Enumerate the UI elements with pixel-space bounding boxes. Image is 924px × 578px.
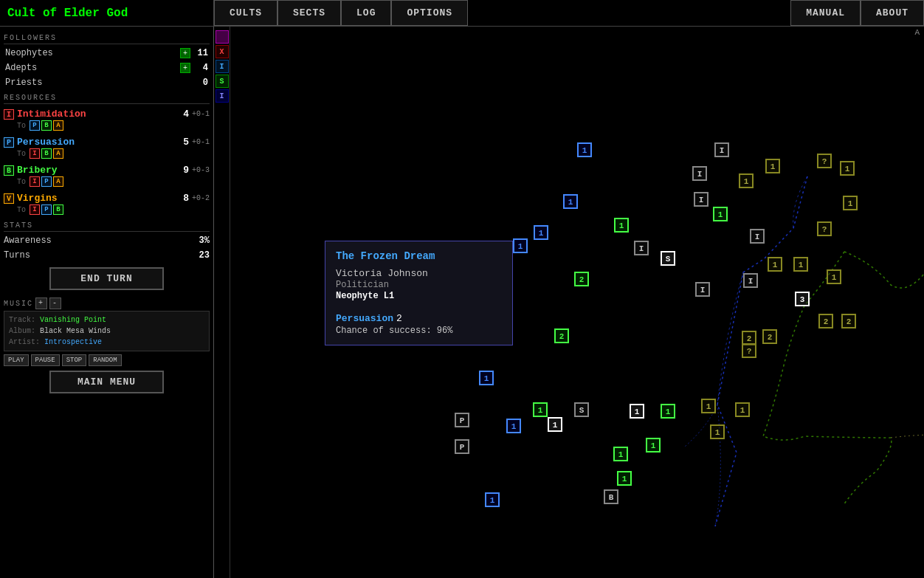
map-node-n9[interactable]: P bbox=[455, 439, 469, 454]
map-node-n19[interactable]: I bbox=[694, 192, 708, 207]
persuasion-to-a[interactable]: A bbox=[53, 148, 63, 159]
map-node-n23[interactable]: I bbox=[750, 229, 765, 244]
map-node-n29[interactable]: 1 bbox=[548, 417, 562, 432]
virgins-name: Virgins bbox=[17, 193, 183, 204]
persuasion-name: Persuasion bbox=[17, 137, 183, 148]
map-node-n1[interactable]: 1 bbox=[577, 142, 592, 157]
map-node-n15[interactable]: 1 bbox=[840, 161, 855, 176]
map-node-n14[interactable]: ? bbox=[817, 154, 832, 168]
side-tab-x[interactable]: X bbox=[216, 45, 229, 58]
nav-cults[interactable]: CULTS bbox=[214, 0, 277, 26]
map-node-n3[interactable]: 1 bbox=[534, 225, 548, 240]
music-pause-btn[interactable]: PAUSE bbox=[31, 354, 60, 366]
persuasion-to-b[interactable]: B bbox=[41, 148, 52, 159]
popup-name: Victoria Johnson bbox=[336, 268, 502, 279]
map-node-n41[interactable]: 2 bbox=[762, 329, 777, 344]
bribery-to-a[interactable]: A bbox=[53, 176, 63, 187]
map-node-n12[interactable]: 1 bbox=[739, 173, 754, 188]
popup-role: Politician bbox=[336, 280, 502, 290]
map-node-n45[interactable]: 1 bbox=[827, 269, 841, 284]
map-node-n31[interactable]: 1 bbox=[630, 404, 644, 419]
side-tab-s[interactable]: S bbox=[216, 75, 229, 88]
music-play-btn[interactable]: PLAY bbox=[4, 354, 29, 366]
map-node-n34[interactable]: 1 bbox=[613, 447, 628, 461]
virgins-to-p[interactable]: P bbox=[41, 204, 52, 215]
follower-name-adepts: Adepts bbox=[5, 63, 180, 73]
map-node-n35[interactable]: 1 bbox=[617, 471, 632, 486]
map-node-n5[interactable]: 1 bbox=[479, 371, 494, 385]
adepts-plus-btn[interactable]: + bbox=[180, 63, 190, 73]
map-node-n22[interactable]: I bbox=[695, 282, 710, 297]
persuasion-to-i[interactable]: I bbox=[30, 148, 40, 159]
top-nav: Cult of Elder God CULTS SECTS LOG OPTION… bbox=[0, 0, 924, 27]
map-node-n17[interactable]: ? bbox=[817, 221, 832, 236]
bribery-to-p[interactable]: P bbox=[41, 176, 52, 187]
resource-virgins: V Virgins 8 +0-2 To I P B bbox=[4, 193, 210, 217]
map-node-n21[interactable]: I bbox=[714, 142, 729, 157]
persuasion-delta: +0-1 bbox=[192, 138, 210, 146]
turns-value: 23 bbox=[199, 250, 210, 261]
map-node-n4[interactable]: 1 bbox=[513, 238, 528, 253]
music-header: MUSIC + - bbox=[4, 297, 210, 309]
popup-res-name: Persuasion bbox=[336, 313, 393, 324]
main-menu-button[interactable]: MAIN MENU bbox=[49, 371, 164, 393]
map-node-n2[interactable]: 1 bbox=[563, 194, 578, 209]
map-node-n44[interactable]: 1 bbox=[793, 257, 808, 272]
music-vol-down[interactable]: - bbox=[49, 297, 61, 309]
map-node-n11[interactable]: 1 bbox=[713, 207, 728, 221]
a-label: A bbox=[914, 28, 920, 37]
map-node-n26[interactable]: 2 bbox=[574, 272, 589, 286]
map-node-n30[interactable]: S bbox=[574, 402, 589, 417]
map-node-n33[interactable]: 1 bbox=[646, 438, 661, 453]
map-node-n46[interactable]: 3 bbox=[795, 292, 810, 306]
map-node-n8[interactable]: P bbox=[455, 413, 469, 427]
map-node-n32[interactable]: 1 bbox=[661, 404, 675, 419]
map-node-n6[interactable]: 1 bbox=[506, 419, 521, 433]
map-node-n25[interactable]: S bbox=[661, 251, 675, 266]
virgins-to-b[interactable]: B bbox=[53, 204, 63, 215]
side-tab-i[interactable]: I bbox=[216, 60, 229, 73]
map-node-n28[interactable]: 1 bbox=[533, 402, 548, 417]
neophytes-plus-btn[interactable]: + bbox=[180, 48, 190, 58]
bribery-value: 9 bbox=[183, 165, 189, 176]
map-node-n24[interactable]: I bbox=[743, 273, 758, 288]
map-node-n38[interactable]: 1 bbox=[710, 424, 725, 439]
bribery-to-i[interactable]: I bbox=[30, 176, 40, 187]
nav-options[interactable]: OPTIONS bbox=[391, 0, 468, 26]
resource-persuasion: P Persuasion 5 +0-1 To I B A bbox=[4, 137, 210, 161]
map-node-n48[interactable]: 2 bbox=[841, 314, 856, 328]
nav-log[interactable]: LOG bbox=[341, 0, 391, 26]
map-node-n27[interactable]: 2 bbox=[554, 328, 569, 343]
virgins-to-i[interactable]: I bbox=[30, 204, 40, 215]
map-node-n20[interactable]: I bbox=[692, 166, 707, 181]
map-node-n47[interactable]: 2 bbox=[818, 314, 833, 328]
map-node-n42[interactable]: ? bbox=[742, 343, 756, 358]
map-node-n16[interactable]: 1 bbox=[843, 196, 858, 210]
nav-manual[interactable]: MANUAL bbox=[790, 0, 861, 26]
music-stop-btn[interactable]: STOP bbox=[62, 354, 87, 366]
map-node-n39[interactable]: 1 bbox=[735, 402, 750, 417]
map-node-n36[interactable]: B bbox=[604, 489, 618, 504]
music-vol-up[interactable]: + bbox=[35, 297, 47, 309]
music-info: Track: Vanishing Point Album: Black Mesa… bbox=[4, 311, 210, 351]
intimidation-to-p[interactable]: P bbox=[30, 120, 40, 131]
side-tab-0[interactable] bbox=[216, 30, 229, 44]
map-node-n37[interactable]: 1 bbox=[701, 399, 716, 413]
intimidation-to-a[interactable]: A bbox=[53, 120, 63, 131]
intimidation-to-b[interactable]: B bbox=[41, 120, 52, 131]
side-tab-i2[interactable]: I bbox=[216, 89, 229, 103]
virgins-value: 8 bbox=[183, 193, 189, 204]
follower-name-priests: Priests bbox=[5, 78, 193, 88]
map-node-n7[interactable]: 1 bbox=[485, 492, 500, 507]
map-node-n10[interactable]: 1 bbox=[614, 218, 629, 233]
map-node-n13[interactable]: 1 bbox=[765, 159, 780, 173]
music-random-btn[interactable]: RANDOM bbox=[89, 354, 121, 366]
nav-sects[interactable]: SECTS bbox=[277, 0, 341, 26]
map-node-n43[interactable]: 1 bbox=[768, 257, 782, 272]
map-node-n18[interactable]: I bbox=[634, 241, 649, 255]
end-turn-button[interactable]: END TURN bbox=[49, 267, 164, 290]
resource-intimidation: I Intimidation 4 +0-1 To P B A bbox=[4, 109, 210, 133]
persuasion-value: 5 bbox=[183, 137, 189, 148]
map-area[interactable]: A The Frozen Dream Victoria Johnson Poli… bbox=[230, 27, 924, 578]
nav-about[interactable]: ABOUT bbox=[861, 0, 924, 26]
